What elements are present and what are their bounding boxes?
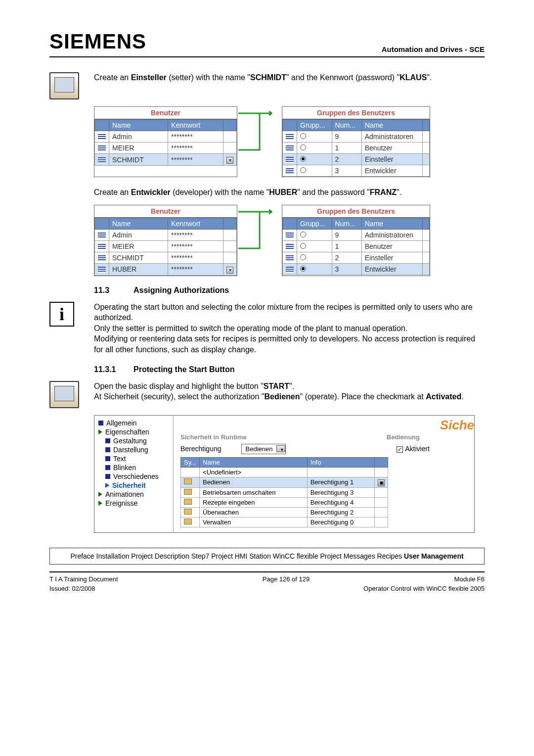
footer-line-2: Issued: 02/2008 Operator Control with Wi… — [49, 585, 485, 592]
user-row[interactable]: SCHMIDT******** ▾ — [95, 154, 237, 166]
benutzer-table[interactable]: NameKennwort Admin******** MEIER********… — [94, 218, 237, 276]
group-row[interactable]: 1Benutzer — [283, 142, 430, 154]
chevron-down-icon[interactable]: ▾ — [226, 157, 233, 164]
tree-item[interactable]: Animationen — [98, 490, 169, 499]
key-icon — [184, 509, 192, 515]
group-radio[interactable] — [300, 266, 306, 272]
group-icon — [286, 233, 294, 238]
header-subtitle: Automation and Drives - SCE — [382, 45, 485, 53]
tree-item[interactable]: Ereignisse — [98, 499, 169, 508]
tree-item[interactable]: Darstellung — [105, 445, 169, 454]
user-groups-block-2: Benutzer NameKennwort Admin******** MEIE… — [94, 205, 470, 276]
auth-row[interactable]: Verwalten Berechtigung 0 — [181, 517, 388, 527]
group-icon — [286, 255, 294, 261]
group-row[interactable]: 1Benutzer — [283, 240, 430, 252]
section-11-3: 11.3 Assigning Authorizations — [94, 286, 485, 295]
group-radio[interactable] — [300, 167, 306, 173]
expand-icon[interactable] — [105, 483, 109, 488]
auth-row[interactable]: Betriebsarten umschalten Berechtigung 3 — [181, 487, 388, 497]
key-icon — [184, 519, 192, 524]
tree-item[interactable]: Gestaltung — [105, 436, 169, 445]
chevron-down-icon[interactable]: ▾ — [276, 445, 285, 452]
auth-row[interactable]: Bedienen Berechtigung 1 ▣ — [181, 477, 388, 487]
page-header: SIEMENS Automation and Drives - SCE — [49, 30, 485, 57]
key-icon — [184, 499, 192, 505]
user-row[interactable]: Admin******** — [95, 229, 237, 240]
user-row[interactable]: Admin******** — [95, 131, 237, 142]
group-icon — [286, 157, 294, 163]
benutzer-table[interactable]: NameKennwort Admin******** MEIER********… — [94, 119, 237, 166]
user-icon — [98, 157, 106, 163]
group-row[interactable]: 2Einsteller — [283, 154, 430, 165]
para-11-3: Operating the start button and selecting… — [94, 302, 485, 355]
tree-item[interactable]: Allgemein — [98, 419, 169, 427]
group-runtime-label: Sicherheit in Runtime — [180, 433, 247, 441]
user-row[interactable]: MEIER******** — [95, 240, 237, 252]
siemens-logo: SIEMENS — [49, 30, 146, 53]
aktiviert-checkbox[interactable]: ✓Aktiviert — [397, 445, 430, 453]
auth-row[interactable]: Rezepte eingeben Berechtigung 4 — [181, 497, 388, 507]
group-row[interactable]: 9Administratoren — [283, 229, 430, 240]
user-row[interactable]: HUBER******** ▾ — [95, 263, 237, 275]
group-icon — [286, 267, 294, 273]
group-row[interactable]: 3Entwickler — [283, 165, 430, 177]
tree-item[interactable]: Verschiedenes — [105, 472, 169, 481]
bullet-icon — [98, 421, 103, 425]
group-row[interactable]: 3Entwickler — [283, 263, 430, 275]
key-icon — [184, 478, 192, 484]
bullet-icon — [105, 438, 110, 443]
expand-icon[interactable] — [98, 501, 102, 506]
auth-row[interactable]: <Undefiniert> — [181, 467, 388, 477]
group-radio[interactable] — [300, 232, 306, 237]
para-11-3-1: Open the basic display and highlight the… — [94, 381, 485, 402]
intro-text-1: Create an Einsteller (setter) with the n… — [94, 72, 485, 83]
group-radio[interactable] — [300, 144, 306, 150]
key-icon — [184, 489, 192, 495]
user-icon — [98, 255, 106, 261]
gruppen-title: Gruppen des Benutzers — [282, 107, 430, 119]
property-tree[interactable]: AllgemeinEigenschaftenGestaltungDarstell… — [94, 416, 174, 532]
user-icon — [98, 244, 106, 250]
panel-brand: Siche — [440, 418, 474, 433]
tree-item[interactable]: Eigenschaften — [98, 427, 169, 436]
section-11-3-1: 11.3.1 Protecting the Start Button — [94, 365, 485, 374]
arrow-icon — [237, 205, 282, 276]
bullet-icon — [105, 456, 110, 461]
bullet-icon — [105, 474, 110, 479]
group-radio[interactable] — [300, 156, 306, 162]
breadcrumb: Preface Installation Project Description… — [49, 548, 485, 565]
group-radio[interactable] — [300, 254, 306, 260]
tree-item[interactable]: Sicherheit — [105, 481, 169, 490]
expand-icon[interactable] — [98, 492, 102, 497]
auth-row[interactable]: Überwachen Berechtigung 2 — [181, 507, 388, 517]
berechtigung-label: Berechtigung — [180, 445, 222, 453]
group-icon — [286, 168, 294, 174]
gruppen-table[interactable]: Grupp...Num...Name 9Administratoren 1Ben… — [282, 119, 430, 177]
monitor-icon — [49, 381, 79, 408]
group-row[interactable]: 2Einsteller — [283, 252, 430, 263]
user-icon — [98, 145, 106, 151]
group-icon — [286, 134, 294, 140]
tree-item[interactable]: Text — [105, 454, 169, 463]
group-icon — [286, 145, 294, 151]
group-radio[interactable] — [300, 243, 306, 249]
info-icon: i — [49, 302, 74, 327]
user-icon — [98, 134, 106, 140]
property-panel: AllgemeinEigenschaftenGestaltungDarstell… — [94, 415, 475, 533]
group-radio[interactable] — [300, 133, 306, 139]
user-row[interactable]: SCHMIDT******** — [95, 252, 237, 263]
tree-item[interactable]: Blinken — [105, 463, 169, 472]
user-icon — [98, 233, 106, 238]
footer-line-1: T I A Training Document Page 126 of 129 … — [49, 571, 485, 583]
berechtigung-combobox[interactable]: Bedienen ▾ — [241, 444, 286, 454]
chevron-down-icon[interactable]: ▾ — [226, 267, 233, 274]
gruppen-table[interactable]: Grupp...Num...Name 9Administratoren 1Ben… — [282, 218, 430, 275]
authorization-table[interactable]: Sy...NameInfo <Undefiniert> Bedienen Ber… — [180, 457, 388, 527]
benutzer-title: Benutzer — [94, 107, 237, 119]
intro-text-2: Create an Entwickler (developer) with th… — [94, 187, 485, 198]
user-row[interactable]: MEIER******** — [95, 142, 237, 154]
new-icon[interactable]: ▣ — [378, 479, 385, 486]
group-row[interactable]: 9Administratoren — [283, 131, 430, 142]
expand-icon[interactable] — [98, 429, 102, 434]
group-bedienung-label: Bedienung — [387, 433, 420, 441]
